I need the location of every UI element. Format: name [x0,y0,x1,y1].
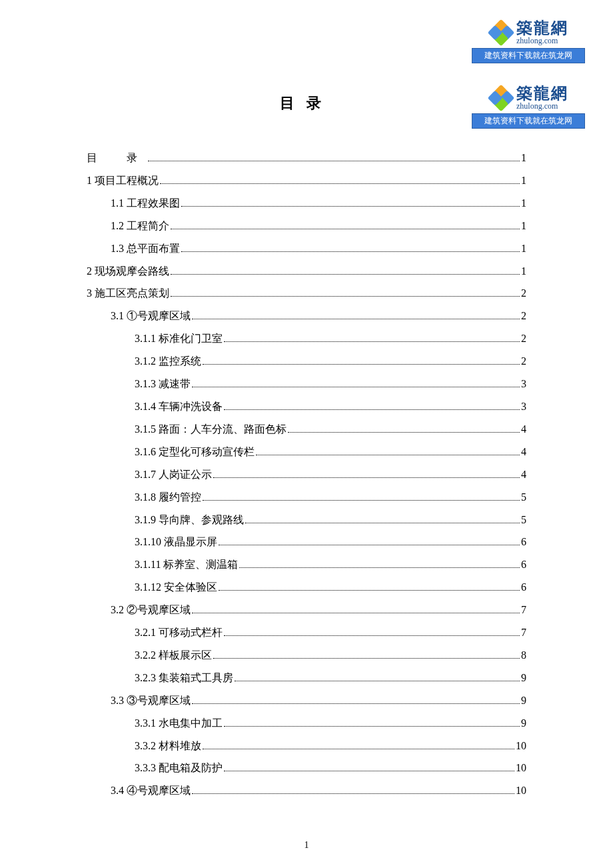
toc-entry: 3.1.1 标准化门卫室2 [87,327,526,350]
toc-leader-dots [148,161,520,161]
toc-entry-label: 目 录 [87,147,147,169]
toc-entry-label: 3.2.2 样板展示区 [135,644,212,667]
toc-leader-dots [192,793,514,794]
toc-entry-label: 3.1.2 监控系统 [135,350,201,373]
toc-leader-dots [171,229,520,229]
toc-entry-label: 3.2 ②号观摩区域 [111,599,191,621]
toc-entry: 目 录1 [87,147,526,169]
toc-entry-label: 1 项目工程概况 [87,169,159,192]
toc-leader-dots [181,251,520,252]
toc-entry: 3.1.12 安全体验区6 [87,576,526,599]
document-page: 築龍網 zhulong.com 建筑资料下载就在筑龙网 築龍網 zhulong.… [0,0,613,829]
logo-cn-text: 築龍網 [516,20,568,36]
toc-leader-dots [224,771,514,771]
toc-entry-label: 3 施工区亮点策划 [87,282,169,305]
toc-leader-dots [203,749,514,749]
toc-entry-label: 3.1.10 液晶显示屏 [135,531,217,553]
toc-entry: 3.1.11 标养室、测温箱6 [87,553,526,576]
toc-entry-page: 3 [521,395,526,418]
toc-leader-dots [288,432,520,433]
toc-entry-page: 1 [521,192,526,215]
toc-entry: 3.1 ①号观摩区域2 [87,305,526,327]
toc-entry-label: 3.1.4 车辆冲洗设备 [135,395,223,418]
toc-entry-page: 1 [521,237,526,260]
toc-entry-page: 5 [521,486,526,509]
toc-leader-dots [203,364,520,365]
toc-entry: 3.3.2 材料堆放10 [87,735,526,757]
toc-entry-page: 6 [521,576,526,599]
toc-leader-dots [171,296,520,297]
toc-entry-page: 7 [521,599,526,621]
toc-entry-page: 1 [521,147,526,169]
toc-entry-page: 9 [521,689,526,712]
toc-entry-label: 3.1.11 标养室、测温箱 [135,553,238,576]
toc-leader-dots [245,523,520,523]
toc-entry-page: 3 [521,373,526,395]
toc-entry-page: 10 [516,757,526,779]
toc-entry-label: 3.1.6 定型化可移动宣传栏 [135,441,255,463]
toc-entry-page: 7 [521,621,526,644]
toc-entry-page: 1 [521,260,526,283]
toc-entry-label: 3.3.3 配电箱及防护 [135,757,223,779]
toc-entry: 1 项目工程概况1 [87,169,526,192]
toc-leader-dots [160,183,520,184]
toc-leader-dots [219,545,520,545]
toc-entry-label: 3.1 ①号观摩区域 [111,305,191,327]
toc-entry-label: 3.1.1 标准化门卫室 [135,327,223,350]
toc-entry-page: 10 [516,735,526,757]
toc-leader-dots [256,455,520,455]
toc-entry-page: 8 [521,644,526,667]
toc-entry-label: 3.2.1 可移动式栏杆 [135,621,223,644]
toc-entry: 3.1.6 定型化可移动宣传栏4 [87,441,526,463]
toc-entry-page: 5 [521,509,526,531]
toc-entry: 3.2.3 集装箱式工具房9 [87,667,526,689]
toc-entry-page: 9 [521,667,526,689]
toc-entry: 3.2.2 样板展示区8 [87,644,526,667]
toc-leader-dots [192,613,520,613]
toc-entry-label: 3.3 ③号观摩区域 [111,689,191,712]
toc-entry-label: 3.1.5 路面：人车分流、路面色标 [135,418,287,441]
toc-leader-dots [235,681,520,681]
toc-leader-dots [224,635,520,636]
toc-entry-page: 2 [521,327,526,350]
toc-entry: 3 施工区亮点策划2 [87,282,526,305]
toc-entry: 3.1.3 减速带3 [87,373,526,395]
toc-entry: 3.1.9 导向牌、参观路线5 [87,509,526,531]
toc-leader-dots [213,477,520,478]
toc-entry-label: 1.2 工程简介 [111,215,169,237]
site-logo: 築龍網 zhulong.com 建筑资料下载就在筑龙网 [472,20,585,63]
toc-entry-label: 3.1.3 减速带 [135,373,191,395]
toc-entry: 3.1.4 车辆冲洗设备3 [87,395,526,418]
toc-entry-page: 1 [521,215,526,237]
logo-flower-icon [488,85,514,111]
toc-entry-page: 2 [521,350,526,373]
toc-entry: 3.3 ③号观摩区域9 [87,689,526,712]
logo-en-text: zhulong.com [516,36,558,45]
toc-leader-dots [219,590,520,591]
toc-entry-label: 3.4 ④号观摩区域 [111,779,191,802]
table-of-contents: 目 录11 项目工程概况11.1 工程效果图11.2 工程简介11.3 总平面布… [87,147,526,802]
toc-entry: 3.2 ②号观摩区域7 [87,599,526,621]
toc-entry-label: 3.1.9 导向牌、参观路线 [135,509,244,531]
toc-entry-label: 3.1.7 人岗证公示 [135,463,212,486]
toc-leader-dots [181,206,520,207]
toc-leader-dots [239,567,520,568]
toc-entry-label: 1.3 总平面布置 [111,237,180,260]
toc-leader-dots [203,500,520,501]
logo-en-text: zhulong.com [516,101,558,111]
logo-banner: 建筑资料下载就在筑龙网 [472,48,585,63]
toc-entry: 3.2.1 可移动式栏杆7 [87,621,526,644]
toc-entry-label: 3.3.2 材料堆放 [135,735,201,757]
logo-banner: 建筑资料下载就在筑龙网 [472,113,585,129]
page-number: 1 [0,840,613,851]
toc-entry: 3.1.5 路面：人车分流、路面色标4 [87,418,526,441]
logo-cn-text: 築龍網 [516,85,568,101]
toc-entry: 3.3.1 水电集中加工9 [87,712,526,735]
toc-entry-label: 3.3.1 水电集中加工 [135,712,223,735]
page-title: 目录 [87,93,526,113]
toc-entry-label: 3.1.12 安全体验区 [135,576,217,599]
toc-entry: 1.1 工程效果图1 [87,192,526,215]
toc-entry: 3.3.3 配电箱及防护10 [87,757,526,779]
toc-entry-label: 3.1.8 履约管控 [135,486,201,509]
toc-leader-dots [224,726,520,727]
